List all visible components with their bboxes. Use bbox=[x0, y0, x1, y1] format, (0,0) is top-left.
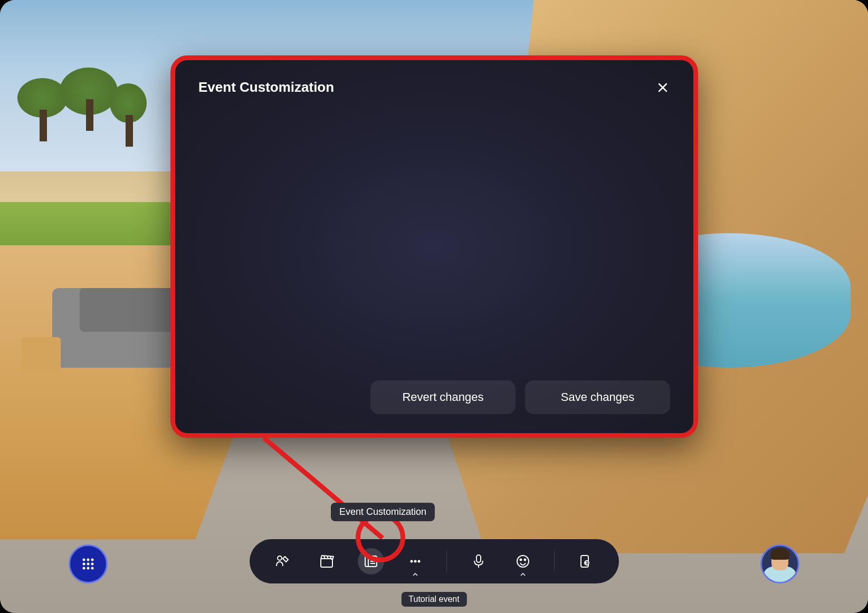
svg-rect-16 bbox=[476, 555, 481, 562]
caret-up-icon bbox=[520, 572, 526, 578]
svg-point-31 bbox=[91, 567, 94, 570]
svg-point-20 bbox=[524, 559, 526, 561]
svg-point-27 bbox=[87, 563, 90, 566]
svg-point-23 bbox=[83, 559, 85, 561]
svg-point-15 bbox=[418, 560, 421, 563]
svg-point-30 bbox=[87, 567, 90, 570]
avatar-hair bbox=[770, 548, 789, 560]
toolbar-divider bbox=[446, 551, 447, 572]
emoji-icon bbox=[515, 553, 531, 569]
emoji-button[interactable] bbox=[510, 548, 536, 574]
event-customization-tooltip: Event Customization bbox=[331, 503, 435, 521]
svg-point-28 bbox=[91, 563, 94, 566]
microphone-icon bbox=[471, 553, 487, 569]
grid-icon bbox=[80, 556, 96, 572]
toolbar-divider bbox=[554, 551, 555, 572]
save-button[interactable]: Save changes bbox=[525, 380, 670, 414]
revert-button[interactable]: Revert changes bbox=[370, 380, 516, 414]
more-button[interactable] bbox=[402, 548, 428, 574]
customize-avatar-button[interactable] bbox=[269, 548, 295, 574]
svg-point-25 bbox=[91, 559, 94, 561]
caret-up-icon bbox=[412, 572, 418, 578]
svg-line-7 bbox=[330, 557, 331, 560]
exit-icon bbox=[578, 553, 594, 569]
event-customization-modal: Event Customization Revert changes Save … bbox=[170, 55, 698, 438]
close-button[interactable] bbox=[653, 78, 672, 97]
customize-avatar-icon bbox=[274, 553, 290, 569]
svg-point-29 bbox=[83, 567, 85, 570]
app-window: Event Customization Revert changes Save … bbox=[0, 0, 868, 613]
event-panel-button[interactable] bbox=[358, 548, 384, 574]
svg-point-13 bbox=[411, 560, 413, 563]
svg-rect-4 bbox=[321, 559, 332, 567]
modal-button-row: Revert changes Save changes bbox=[370, 380, 670, 414]
side-table bbox=[22, 337, 61, 374]
svg-point-24 bbox=[87, 559, 90, 561]
svg-point-14 bbox=[414, 560, 417, 563]
clapperboard-icon bbox=[319, 553, 335, 569]
event-name-label: Tutorial event bbox=[401, 592, 466, 607]
modal-title: Event Customization bbox=[198, 79, 670, 95]
exit-button[interactable] bbox=[573, 548, 599, 574]
bottom-toolbar bbox=[250, 539, 619, 583]
user-avatar-button[interactable] bbox=[760, 544, 799, 583]
close-icon bbox=[656, 81, 669, 94]
svg-point-3 bbox=[278, 556, 282, 560]
app-menu-button[interactable] bbox=[69, 544, 108, 583]
svg-point-26 bbox=[83, 563, 85, 566]
microphone-button[interactable] bbox=[465, 548, 492, 574]
clapperboard-button[interactable] bbox=[313, 548, 340, 574]
svg-point-19 bbox=[520, 559, 521, 561]
event-panel-icon bbox=[363, 553, 379, 569]
more-icon bbox=[407, 553, 423, 569]
